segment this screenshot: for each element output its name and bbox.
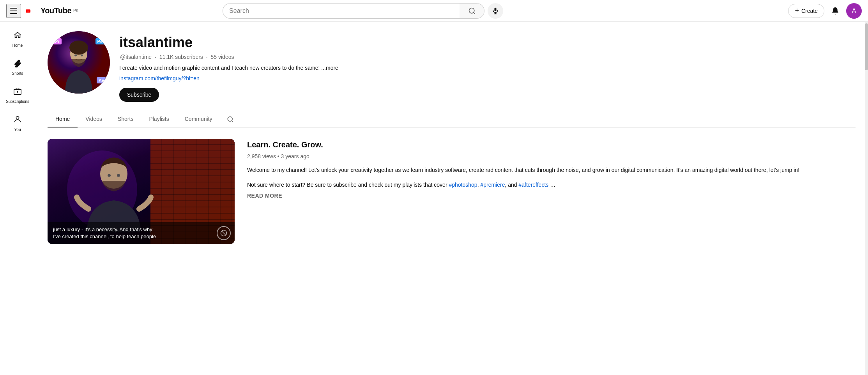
create-plus-icon: + bbox=[795, 7, 799, 15]
pr-badge: Pr bbox=[53, 38, 62, 44]
you-icon bbox=[13, 115, 22, 126]
youtube-logo-text: YouTube bbox=[41, 6, 71, 15]
tab-videos[interactable]: Videos bbox=[78, 111, 110, 127]
account-button[interactable]: A bbox=[846, 3, 862, 19]
featured-section: just a luxury - it's a necessity. And th… bbox=[48, 128, 856, 255]
channel-name: itsalantime bbox=[119, 34, 856, 51]
header-left: YouTube PK bbox=[6, 4, 78, 18]
main-content: Ps Ae Pr itsalantime @itsalantime · 11.1… bbox=[35, 22, 868, 267]
description-more-link[interactable]: ...more bbox=[321, 65, 338, 71]
channel-search-icon bbox=[227, 116, 234, 123]
channel-header: Ps Ae Pr itsalantime @itsalantime · 11.1… bbox=[48, 31, 856, 102]
bell-icon bbox=[831, 7, 840, 15]
svg-point-20 bbox=[108, 174, 111, 177]
menu-button[interactable] bbox=[6, 4, 21, 18]
youtube-logo[interactable]: YouTube PK bbox=[26, 6, 78, 16]
header-center bbox=[223, 3, 503, 19]
svg-rect-4 bbox=[495, 7, 497, 11]
featured-video-title: Learn. Create. Grow. bbox=[247, 140, 856, 149]
create-button[interactable]: + Create bbox=[788, 4, 824, 18]
create-button-label: Create bbox=[801, 8, 818, 14]
channel-info: itsalantime @itsalantime · 11.1K subscri… bbox=[119, 31, 856, 102]
tab-shorts[interactable]: Shorts bbox=[110, 111, 141, 127]
thumbnail-caption: just a luxury - it's a necessity. And th… bbox=[48, 222, 235, 244]
search-input[interactable] bbox=[223, 3, 460, 19]
thumbnail-person bbox=[63, 147, 164, 232]
sidebar-item-subscriptions[interactable]: Subscriptions bbox=[2, 81, 33, 109]
channel-meta: @itsalantime · 11.1K subscribers · 55 vi… bbox=[119, 54, 856, 60]
sidebar-item-you[interactable]: You bbox=[2, 109, 33, 137]
sidebar-you-label: You bbox=[14, 127, 21, 132]
sidebar-home-label: Home bbox=[12, 43, 23, 48]
voice-search-button[interactable] bbox=[488, 3, 503, 19]
featured-video-description-2: Not sure where to start? Be sure to subs… bbox=[247, 180, 856, 189]
premiere-hashtag[interactable]: #premiere bbox=[480, 182, 505, 188]
svg-line-23 bbox=[222, 231, 226, 235]
subscriptions-icon bbox=[13, 87, 22, 98]
home-icon bbox=[13, 31, 22, 42]
svg-point-10 bbox=[16, 116, 19, 119]
sidebar-shorts-label: Shorts bbox=[12, 71, 23, 76]
channel-search-button[interactable] bbox=[223, 112, 237, 126]
shorts-icon bbox=[13, 59, 22, 70]
svg-point-21 bbox=[117, 174, 120, 177]
header: YouTube PK + Create bbox=[0, 0, 868, 22]
tab-playlists[interactable]: Playlists bbox=[141, 111, 177, 127]
featured-video-meta: 2,958 views • 3 years ago bbox=[247, 153, 856, 159]
sidebar-item-shorts[interactable]: Shorts bbox=[2, 53, 33, 81]
featured-video-thumbnail[interactable]: just a luxury - it's a necessity. And th… bbox=[48, 139, 235, 244]
avatar-letter: A bbox=[852, 7, 856, 14]
svg-point-14 bbox=[74, 55, 77, 57]
search-form bbox=[223, 3, 484, 19]
svg-line-17 bbox=[232, 120, 233, 122]
svg-point-2 bbox=[469, 8, 474, 13]
channel-handle: @itsalantime bbox=[120, 54, 152, 60]
sidebar-subscriptions-label: Subscriptions bbox=[6, 99, 29, 104]
channel-description: I create video and motion graphic conten… bbox=[119, 64, 856, 72]
ps-badge: Ps bbox=[95, 38, 104, 44]
channel-subscribers: 11.1K subscribers bbox=[159, 54, 203, 60]
search-button[interactable] bbox=[460, 3, 484, 19]
svg-point-16 bbox=[228, 117, 232, 121]
youtube-logo-badge: PK bbox=[73, 9, 78, 13]
page-scrollbar[interactable] bbox=[865, 22, 868, 267]
read-more-button[interactable]: READ MORE bbox=[247, 193, 856, 199]
channel-avatar: Ps Ae Pr bbox=[48, 31, 110, 94]
photoshop-hashtag[interactable]: #photoshop bbox=[449, 182, 477, 188]
channel-external-link[interactable]: instagram.com/thefilmguy/?hl=en bbox=[119, 75, 856, 81]
header-right: + Create A bbox=[788, 3, 862, 19]
search-icon bbox=[468, 7, 476, 15]
channel-tabs: Home Videos Shorts Playlists Community bbox=[48, 111, 856, 128]
tab-community[interactable]: Community bbox=[177, 111, 220, 127]
featured-video-info: Learn. Create. Grow. 2,958 views • 3 yea… bbox=[247, 139, 856, 199]
sidebar-item-home[interactable]: Home bbox=[2, 25, 33, 53]
svg-line-3 bbox=[473, 12, 475, 14]
subscribe-button[interactable]: Subscribe bbox=[119, 88, 159, 102]
notifications-button[interactable] bbox=[827, 3, 843, 19]
tab-home[interactable]: Home bbox=[48, 111, 78, 127]
scrollbar-thumb[interactable] bbox=[865, 23, 868, 70]
ae-badge: Ae bbox=[97, 77, 106, 83]
featured-video-description-1: Welcome to my channel! Let's unlock your… bbox=[247, 166, 856, 174]
channel-video-count: 55 videos bbox=[211, 54, 234, 60]
svg-point-15 bbox=[81, 55, 83, 57]
microphone-icon bbox=[491, 7, 499, 15]
sidebar: Home Shorts Subscriptions You bbox=[0, 22, 35, 267]
youtube-logo-icon bbox=[26, 6, 39, 16]
thumbnail-no-sound-icon bbox=[217, 226, 231, 240]
aftereffects-hashtag[interactable]: #aftereffects bbox=[519, 182, 549, 188]
